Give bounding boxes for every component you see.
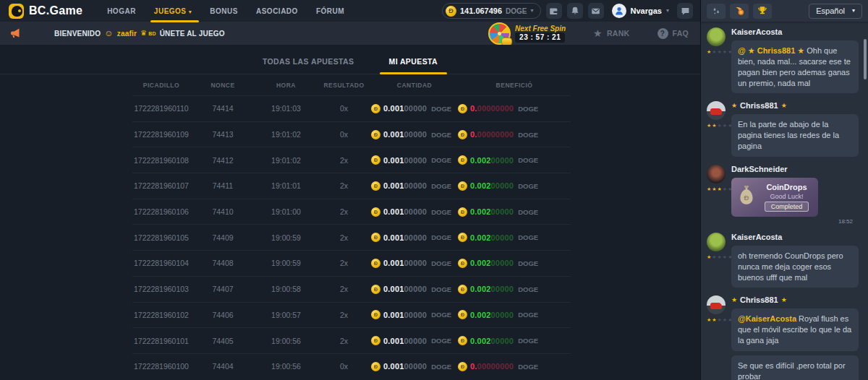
- bet-hash: 1722281960109: [132, 130, 190, 139]
- rank-label: RANK: [607, 29, 630, 38]
- bet-result: 0x: [317, 362, 371, 371]
- user-mention[interactable]: @KaiserAcosta: [738, 314, 799, 323]
- navbar-right: Ð 141.067496 DOGE ▾: [442, 3, 700, 19]
- bet-time: 19:01:03: [255, 104, 317, 113]
- chat-toggle-button[interactable]: [677, 3, 693, 19]
- chat-messages: ★★★★★KaiserAcosta@ ★ Chriss881 ★ Ohh que…: [701, 22, 868, 380]
- balance-amount: 141.067496: [460, 7, 502, 15]
- table-row[interactable]: 17222819601037440719:00:582xÐ0.00100000D…: [132, 276, 571, 302]
- chevron-down-icon: ▾: [531, 8, 534, 14]
- doge-coin-icon: Ð: [371, 155, 380, 165]
- star-icon: ★: [707, 123, 711, 128]
- column-header-resultado: RESULTADO: [317, 82, 371, 89]
- user-menu[interactable]: Nvargas ▾: [612, 4, 669, 18]
- messages-button[interactable]: [588, 3, 604, 19]
- chat-username[interactable]: KaiserAcosta: [731, 27, 862, 36]
- bet-result: 2x: [317, 285, 371, 293]
- coindrops-card[interactable]: ÐCoinDropsGood Luck!Completed: [731, 178, 818, 217]
- nav-item-bonus[interactable]: BONUS: [210, 7, 238, 15]
- tab-all-bets[interactable]: TODAS LAS APUESTAS: [263, 57, 354, 66]
- bet-time: 19:01:02: [255, 156, 317, 165]
- welcomed-username[interactable]: zaafir: [117, 30, 137, 38]
- star-icon: ★: [723, 254, 727, 259]
- table-row[interactable]: 17222819601107441419:01:030xÐ0.00100000D…: [132, 95, 571, 121]
- chat-username[interactable]: KaiserAcosta: [731, 233, 862, 241]
- column-header-nonce: NONCE: [190, 82, 255, 89]
- coindrops-subtitle: Good Luck!: [770, 193, 803, 200]
- emoji-face-icon: ☺: [104, 29, 113, 38]
- star-icon: ★: [781, 103, 787, 109]
- table-row[interactable]: 17222819601027440619:00:572xÐ0.00100000D…: [132, 302, 571, 328]
- bet-nonce: 74413: [190, 130, 255, 139]
- fireball-button[interactable]: [730, 4, 749, 19]
- bet-amount: Ð0.00100000DOGE: [371, 310, 458, 319]
- star-icon: ★: [712, 254, 716, 259]
- table-row[interactable]: 17222819601047440819:00:592xÐ0.00100000D…: [132, 250, 571, 276]
- vip-crown-icon: ♛: [140, 30, 147, 37]
- free-spin-widget[interactable]: Next Free Spin 23 : 57 : 21: [488, 22, 566, 45]
- avatar[interactable]: [707, 233, 726, 251]
- bet-amount: Ð0.00100000DOGE: [371, 181, 458, 191]
- bet-amount: Ð0.00100000DOGE: [371, 285, 458, 294]
- message-timestamp: 18:52: [731, 218, 853, 225]
- table-row[interactable]: 17222819601087441219:01:022xÐ0.00100000D…: [132, 147, 571, 173]
- table-row[interactable]: 17222819601077441119:01:012xÐ0.00100000D…: [132, 173, 571, 199]
- column-header-cantidad: CANTIDAD: [371, 82, 458, 89]
- bet-result: 0x: [317, 104, 371, 113]
- chat-bubble: En la parte de abajo de la pagina tienes…: [731, 114, 859, 157]
- balance-currency: DOGE: [506, 7, 527, 15]
- doge-coin-icon: Ð: [371, 207, 380, 217]
- completed-button[interactable]: Completed: [765, 202, 809, 212]
- star-icon: ★: [718, 49, 722, 54]
- chat-username[interactable]: DarkSchneider: [731, 165, 862, 173]
- tab-my-bets[interactable]: MI APUESTA: [389, 57, 438, 66]
- tournament-button[interactable]: [753, 4, 772, 19]
- bet-nonce: 74407: [190, 285, 255, 293]
- star-icon: ★: [712, 186, 716, 191]
- doge-coin-icon: Ð: [371, 104, 380, 113]
- table-row[interactable]: 17222819601007440419:00:560xÐ0.00100000D…: [132, 353, 571, 379]
- avatar[interactable]: [707, 165, 726, 183]
- bets-table-body: 17222819601107441419:01:030xÐ0.00100000D…: [132, 95, 571, 379]
- brand-logo[interactable]: BC.Game: [0, 4, 91, 19]
- faq-button[interactable]: ? FAQ: [658, 28, 689, 39]
- username-label: Nvargas: [631, 7, 662, 15]
- user-mention[interactable]: @ ★ Chriss881 ★: [738, 46, 807, 55]
- announcement-right: Next Free Spin 23 : 57 : 21 ★ RANK ? FAQ: [488, 22, 700, 45]
- chat-bubble: Se que es difícil ,pero total por probar: [731, 355, 859, 380]
- avatar[interactable]: [707, 27, 726, 46]
- avatar[interactable]: [707, 101, 726, 120]
- doge-coin-icon: Ð: [446, 6, 456, 17]
- coindrop-button[interactable]: [707, 4, 726, 19]
- star-icon: ★: [707, 49, 711, 54]
- megaphone-icon: [9, 27, 21, 39]
- chat-scrollbar[interactable]: [864, 39, 867, 79]
- table-row[interactable]: 17222819601097441319:01:020xÐ0.00100000D…: [132, 121, 571, 147]
- nav-item-hogar[interactable]: HOGAR: [107, 7, 136, 15]
- chat-username[interactable]: ★Chriss881★: [731, 295, 862, 304]
- wallet-button[interactable]: [546, 3, 562, 19]
- notifications-button[interactable]: [567, 3, 583, 19]
- trophy-icon: [757, 6, 767, 16]
- bets-tabs: TODAS LAS APUESTAS MI APUESTA: [0, 45, 700, 74]
- nav-item-juegos[interactable]: JUEGOS ▾: [154, 7, 192, 15]
- bets-table-header: PICADILLO NONCE HORA RESULTADO CANTIDAD …: [132, 74, 571, 95]
- bet-nonce: 74412: [190, 156, 255, 165]
- announcement-bar: BIENVENIDO ☺ zaafir ♛ BD ÚNETE AL JUEGO …: [0, 22, 700, 45]
- table-row[interactable]: 17222819601017440519:00:562xÐ0.00100000D…: [132, 327, 571, 353]
- bet-hash: 1722281960107: [132, 181, 190, 190]
- table-row[interactable]: 17222819601057440919:00:592xÐ0.00100000D…: [132, 224, 571, 250]
- star-icon: ★: [723, 49, 727, 54]
- nav-item-asociado[interactable]: ASOCIADO: [256, 7, 298, 15]
- column-header-hora: HORA: [255, 82, 317, 89]
- star-icon: ★: [718, 254, 722, 259]
- svg-text:Ð: Ð: [744, 194, 749, 202]
- chat-username[interactable]: ★Chriss881★: [731, 101, 862, 110]
- avatar[interactable]: [707, 295, 726, 314]
- money-bag-icon: Ð: [737, 185, 756, 210]
- language-selector[interactable]: Español ▾: [809, 4, 862, 19]
- nav-item-forum[interactable]: FÓRUM: [316, 7, 344, 15]
- balance-selector[interactable]: Ð 141.067496 DOGE ▾: [442, 3, 541, 19]
- rank-button[interactable]: ★ RANK: [593, 28, 629, 38]
- table-row[interactable]: 17222819601067441019:01:002xÐ0.00100000D…: [132, 199, 571, 225]
